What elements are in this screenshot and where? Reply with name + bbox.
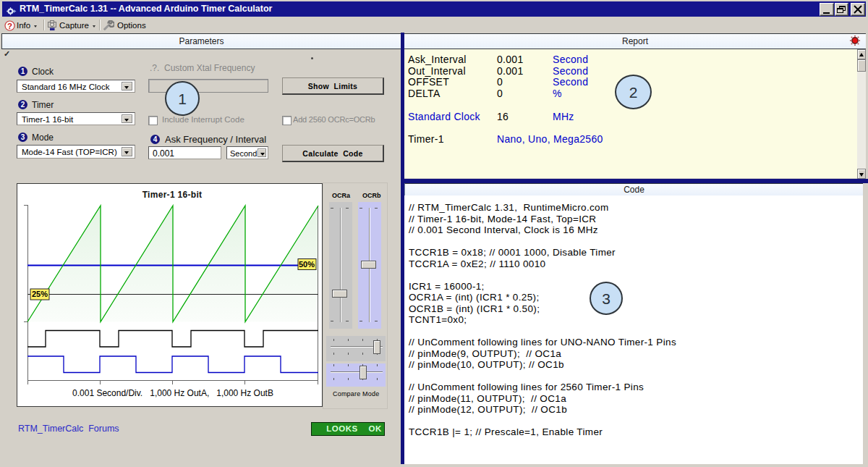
svg-text:Timer-1 16-bit: Timer-1 16-bit	[142, 190, 203, 200]
svg-text:0.001 Second/Div. 1,000 Hz O: 0.001 Second/Div. 1,000 Hz OutA, 1,000 H…	[72, 388, 273, 398]
svg-text:?: ?	[7, 22, 12, 30]
svg-text:25%: 25%	[32, 290, 48, 298]
svg-text:50%: 50%	[299, 260, 315, 269]
